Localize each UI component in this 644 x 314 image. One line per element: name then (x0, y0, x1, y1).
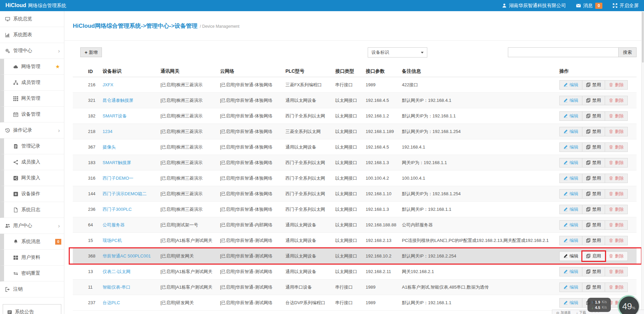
search-input[interactable] (508, 47, 618, 57)
edit-button[interactable]: 编辑 (559, 251, 582, 261)
sidebar-item-password-reset[interactable]: 密码重置 (0, 266, 64, 282)
cell-remark: PC连接到模块的LAN口,PC的IP配置成192.168.2.13,网关配置成1… (402, 238, 559, 244)
sidebar-item-system-announcement[interactable]: 系统公告 (3, 304, 61, 314)
edit-button[interactable]: 编辑 (559, 127, 582, 136)
sidebar-item-system-messages[interactable]: 系统消息 0 (0, 234, 64, 250)
delete-button[interactable]: 删除 (605, 96, 628, 105)
delete-button[interactable]: 删除 (605, 283, 628, 292)
cell-interface-type: 以太网接口 (335, 144, 366, 150)
submenu-management-center: 网络管理 ★ 成员管理 网关管理 设备管理 (0, 59, 64, 122)
edit-button[interactable]: 编辑 (559, 283, 582, 292)
disable-button[interactable]: 禁用 (582, 142, 605, 152)
add-device-button[interactable]: + 新增 (80, 47, 102, 57)
disable-button[interactable]: 禁用 (582, 189, 605, 199)
sidebar-item-member-management[interactable]: 成员管理 (0, 75, 64, 91)
chevron-right-icon: › (58, 48, 60, 54)
disable-button[interactable]: 禁用 (582, 267, 605, 276)
edit-button[interactable]: 编辑 (559, 205, 582, 214)
device-id-filter-select[interactable]: 设备标识 (368, 47, 427, 58)
sidebar-item-device-operations[interactable]: 设备操作 (0, 186, 64, 202)
accelerator-button[interactable]: ◎ 加速器 (556, 310, 571, 314)
edit-button[interactable]: 编辑 (559, 142, 582, 152)
sidebar-item-gateway-management[interactable]: 网关管理 (0, 91, 64, 107)
device-name-link[interactable]: 公司服务器 (103, 222, 160, 228)
device-name-link[interactable]: 现场PC机 (103, 238, 160, 244)
delete-button[interactable]: 删除 (605, 174, 628, 183)
edit-button[interactable]: 编辑 (559, 174, 582, 183)
device-name-link[interactable]: 台达PLC (103, 300, 160, 306)
delete-button[interactable]: 删除 (605, 142, 628, 152)
disable-button[interactable]: 禁用 (582, 205, 605, 214)
sidebar-item-gateway-access[interactable]: 网关接入 (0, 170, 64, 186)
device-name-link[interactable]: SMART触摸屏 (103, 160, 160, 166)
fullscreen-toggle[interactable]: 开启全屏 (613, 3, 639, 9)
scrollbar-thumb[interactable] (642, 12, 644, 63)
device-name-link[interactable]: SMART设备 (103, 113, 160, 119)
device-name-link[interactable]: 仪表二-以太网 (103, 269, 160, 275)
sidebar-item-member-access[interactable]: 成员接入 (0, 154, 64, 170)
sidebar-item-logout[interactable]: 注销 (0, 282, 64, 297)
cell-plc-model: 台达DVP系列编程口 (285, 300, 335, 306)
delete-button[interactable]: 删除 (605, 189, 628, 199)
device-name-link[interactable]: 智能仪表-串口 (103, 284, 160, 290)
edit-button[interactable]: 编辑 (559, 80, 582, 90)
enable-button[interactable]: 启用 (582, 251, 605, 261)
cell-id: 316 (73, 176, 103, 181)
cell-plc-model: 通用以太网设备 (285, 97, 335, 104)
delete-button[interactable]: 删除 (605, 111, 628, 121)
edit-button[interactable]: 编辑 (559, 267, 582, 276)
vertical-scrollbar[interactable] (641, 11, 644, 314)
sidebar-item-user-profile[interactable]: 用户资料 (0, 250, 64, 266)
disable-button[interactable]: 禁用 (582, 174, 605, 183)
disable-button[interactable]: 禁用 (582, 80, 605, 90)
sidebar-item-user-center[interactable]: 用户中心 › (0, 218, 64, 234)
cell-remark: 网关IP为：192.168.1.1 (402, 160, 559, 166)
disable-button[interactable]: 禁用 (582, 111, 605, 121)
cell-interface-type: 以太网接口 (335, 238, 366, 244)
messages-menu[interactable]: 消息 0 (576, 3, 602, 9)
sidebar-item-operation-records[interactable]: 操作记录 › (0, 122, 64, 138)
delete-button[interactable]: 删除 (605, 267, 628, 276)
delete-button[interactable]: 删除 (605, 158, 628, 167)
sidebar-item-network-management[interactable]: 网络管理 ★ (0, 59, 64, 75)
delete-button[interactable]: 删除 (605, 80, 628, 90)
device-name-link[interactable]: 摄像头 (103, 144, 160, 150)
edit-button[interactable]: 编辑 (559, 220, 582, 230)
sidebar-item-management-center[interactable]: 管理中心 › (0, 43, 64, 59)
delete-button[interactable]: 删除 (605, 205, 628, 214)
disable-button[interactable]: 禁用 (582, 158, 605, 167)
company-menu[interactable]: 湖南华辰智通科技有限公司 (502, 3, 566, 9)
column-header: 备注信息 (402, 68, 559, 74)
disable-button[interactable]: 禁用 (582, 127, 605, 136)
edit-button[interactable]: 编辑 (559, 111, 582, 121)
disable-button[interactable]: 禁用 (582, 96, 605, 105)
edit-button[interactable]: 编辑 (559, 298, 582, 308)
chart-icon (5, 32, 10, 38)
device-name-link[interactable]: 西门子DEMO一 (103, 175, 160, 181)
edit-button[interactable]: 编辑 (559, 96, 582, 105)
sidebar-item-device-management[interactable]: 设备管理 (0, 107, 64, 122)
search-button[interactable]: 搜索 (618, 47, 637, 57)
delete-button[interactable]: 删除 (605, 251, 628, 261)
edit-button[interactable]: 编辑 (559, 158, 582, 167)
edit-button[interactable]: 编辑 (559, 189, 582, 199)
device-name-link[interactable]: 华辰智通AC 500PLC001 (103, 253, 160, 259)
disable-button[interactable]: 禁用 (582, 220, 605, 230)
device-name-link[interactable]: 西门子演示DEMO箱二 (103, 191, 160, 197)
sidebar-item-system-charts[interactable]: 系统图表 (0, 27, 64, 43)
download-button[interactable]: ↓ 下载 (576, 310, 586, 314)
device-name-link[interactable]: 昆仑通泰触摸屏 (103, 97, 160, 104)
edit-button[interactable]: 编辑 (559, 236, 582, 245)
delete-button[interactable]: 删除 (605, 236, 628, 245)
sidebar-item-system-logs[interactable]: 系统日志 (0, 202, 64, 218)
delete-button[interactable]: 删除 (605, 127, 628, 136)
delete-button[interactable]: 删除 (605, 220, 628, 230)
device-name-link[interactable]: JXFX (103, 82, 160, 87)
sidebar-item-management-records[interactable]: 管理记录 (0, 138, 64, 154)
disable-button[interactable]: 禁用 (582, 283, 605, 292)
disable-button[interactable]: 禁用 (582, 236, 605, 245)
device-name-link[interactable]: 1234 (103, 129, 160, 134)
brand: HiCloud 网络综合管理系统 (5, 2, 66, 9)
sidebar-item-system-overview[interactable]: 系统总览 (0, 11, 64, 27)
device-name-link[interactable]: 西门子300PLC (103, 206, 160, 212)
